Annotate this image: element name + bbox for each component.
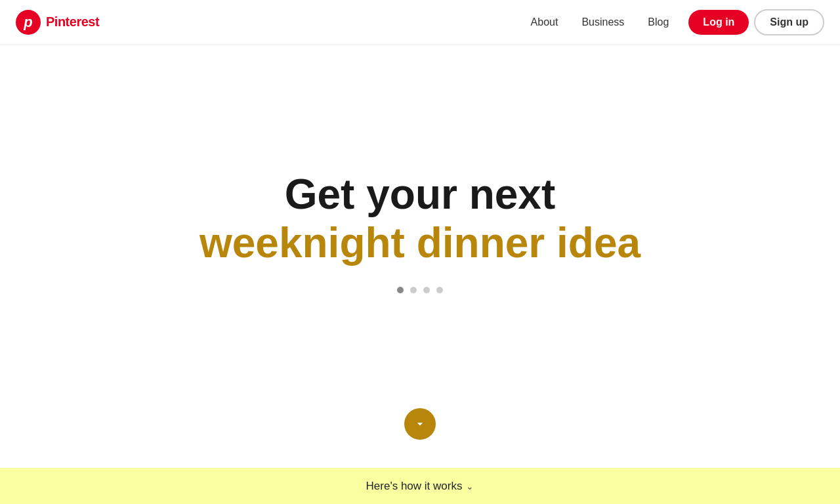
chevron-down-icon	[413, 417, 427, 430]
bottom-banner[interactable]: Here's how it works ⌄	[0, 468, 840, 504]
how-it-works-label: Here's how it works	[366, 480, 463, 493]
carousel-dots	[397, 287, 443, 293]
nav-link-about[interactable]: About	[522, 11, 568, 33]
how-it-works-chevron-icon: ⌄	[466, 481, 474, 492]
navbar: p Pinterest About Business Blog Log in S…	[0, 0, 840, 45]
hero-line1: Get your next	[200, 171, 640, 217]
pinterest-wordmark: Pinterest	[46, 14, 99, 30]
hero-section: Get your next weeknight dinner idea	[0, 0, 840, 504]
carousel-dot-2[interactable]	[410, 287, 417, 293]
how-it-works-text: Here's how it works ⌄	[366, 480, 474, 493]
navbar-right: About Business Blog Log in Sign up	[522, 9, 824, 35]
login-button[interactable]: Log in	[688, 10, 749, 35]
pinterest-logo-icon: p	[16, 10, 41, 35]
carousel-dot-1[interactable]	[397, 287, 404, 293]
carousel-dot-3[interactable]	[423, 287, 430, 293]
nav-link-business[interactable]: Business	[572, 11, 633, 33]
signup-button[interactable]: Sign up	[754, 9, 824, 35]
hero-line2: weeknight dinner idea	[200, 220, 640, 266]
scroll-down-button[interactable]	[404, 408, 436, 440]
hero-text: Get your next weeknight dinner idea	[200, 171, 640, 266]
carousel-dot-4[interactable]	[436, 287, 443, 293]
nav-link-blog[interactable]: Blog	[639, 11, 678, 33]
logo-link[interactable]: p Pinterest	[16, 10, 99, 35]
